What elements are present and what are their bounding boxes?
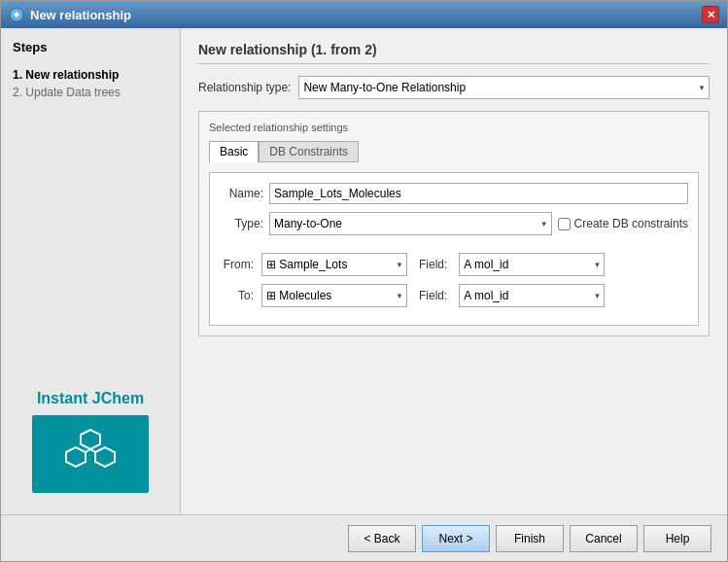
steps-title: Steps bbox=[13, 40, 168, 54]
steps-list: 1. New relationship 2. Update Data trees bbox=[13, 66, 168, 101]
type-row: Type: Many-to-One Create DB constraints bbox=[220, 212, 688, 235]
main-content: New relationship (1. from 2) Relationshi… bbox=[181, 28, 727, 514]
svg-marker-3 bbox=[95, 447, 115, 467]
from-label: From: bbox=[220, 258, 254, 271]
tab-db-constraints[interactable]: DB Constraints bbox=[259, 141, 359, 162]
from-table-select[interactable]: ⊞ Sample_Lots bbox=[261, 253, 407, 276]
sidebar: Steps 1. New relationship 2. Update Data… bbox=[1, 28, 181, 514]
tab-basic[interactable]: Basic bbox=[209, 141, 259, 163]
name-input[interactable] bbox=[269, 183, 688, 204]
to-label: To: bbox=[220, 289, 254, 302]
logo-box bbox=[32, 415, 149, 493]
step-item-2: 2. Update Data trees bbox=[13, 84, 168, 101]
to-field-wrapper: A mol_id bbox=[459, 284, 605, 307]
svg-marker-2 bbox=[66, 447, 86, 467]
finish-button[interactable]: Finish bbox=[496, 525, 564, 552]
brand-label: Instant JChem bbox=[37, 390, 144, 407]
relationship-type-row: Relationship type: New Many-to-One Relat… bbox=[198, 76, 710, 99]
from-row: From: ⊞ Sample_Lots Field: A mol_id bbox=[220, 253, 688, 276]
logo-area: Instant JChem bbox=[13, 390, 168, 503]
dialog-icon bbox=[9, 7, 24, 22]
type-select[interactable]: Many-to-One bbox=[269, 212, 552, 235]
create-db-label: Create DB constraints bbox=[574, 217, 688, 230]
to-table-select[interactable]: ⊞ Molecules bbox=[261, 284, 407, 307]
main-title: New relationship (1. from 2) bbox=[198, 42, 710, 64]
type-select-wrapper: Many-to-One bbox=[269, 212, 552, 235]
tabs-row: Basic DB Constraints bbox=[209, 141, 699, 162]
footer: < Back Next > Finish Cancel Help bbox=[1, 514, 727, 561]
tab-content-basic: Name: Type: Many-to-One Cre bbox=[209, 172, 699, 326]
svg-line-4 bbox=[86, 449, 90, 452]
dialog-body: Steps 1. New relationship 2. Update Data… bbox=[1, 28, 727, 514]
title-bar: New relationship ✕ bbox=[1, 1, 727, 28]
help-button[interactable]: Help bbox=[643, 525, 711, 552]
step-2-label: Update Data trees bbox=[25, 86, 120, 99]
name-row: Name: bbox=[220, 183, 688, 204]
title-bar-left: New relationship bbox=[9, 7, 131, 22]
to-table-wrapper: ⊞ Molecules bbox=[261, 284, 407, 307]
close-button[interactable]: ✕ bbox=[702, 6, 719, 23]
to-field-label: Field: bbox=[419, 289, 447, 302]
type-label: Type: bbox=[220, 217, 263, 230]
next-button[interactable]: Next > bbox=[422, 525, 490, 552]
svg-marker-1 bbox=[81, 430, 100, 449]
from-field-wrapper: A mol_id bbox=[459, 253, 605, 276]
from-field-label: Field: bbox=[419, 258, 447, 271]
svg-line-5 bbox=[90, 449, 95, 452]
relationship-type-wrapper: New Many-to-One Relationship bbox=[298, 76, 710, 99]
from-field-select[interactable]: A mol_id bbox=[459, 253, 605, 276]
settings-group: Selected relationship settings Basic DB … bbox=[198, 111, 710, 336]
step-2-number: 2. bbox=[13, 86, 25, 99]
from-table-wrapper: ⊞ Sample_Lots bbox=[261, 253, 407, 276]
create-db-constraints-checkbox[interactable] bbox=[558, 218, 571, 230]
to-field-select[interactable]: A mol_id bbox=[459, 284, 605, 307]
name-label: Name: bbox=[220, 187, 263, 200]
settings-group-title: Selected relationship settings bbox=[209, 122, 699, 133]
step-item-1: 1. New relationship bbox=[13, 66, 168, 84]
new-relationship-dialog: New relationship ✕ Steps 1. New relation… bbox=[0, 0, 728, 562]
jchem-logo-icon bbox=[56, 425, 124, 483]
cancel-button[interactable]: Cancel bbox=[570, 525, 638, 552]
step-1-number: 1. bbox=[13, 68, 25, 82]
create-db-constraints-label: Create DB constraints bbox=[558, 217, 688, 230]
dialog-title: New relationship bbox=[30, 8, 131, 22]
step-1-label: New relationship bbox=[25, 68, 119, 82]
to-row: To: ⊞ Molecules Field: A mol_id bbox=[220, 284, 688, 307]
relationship-type-label: Relationship type: bbox=[198, 81, 291, 94]
back-button[interactable]: < Back bbox=[348, 525, 416, 552]
relationship-type-select[interactable]: New Many-to-One Relationship bbox=[298, 76, 710, 99]
